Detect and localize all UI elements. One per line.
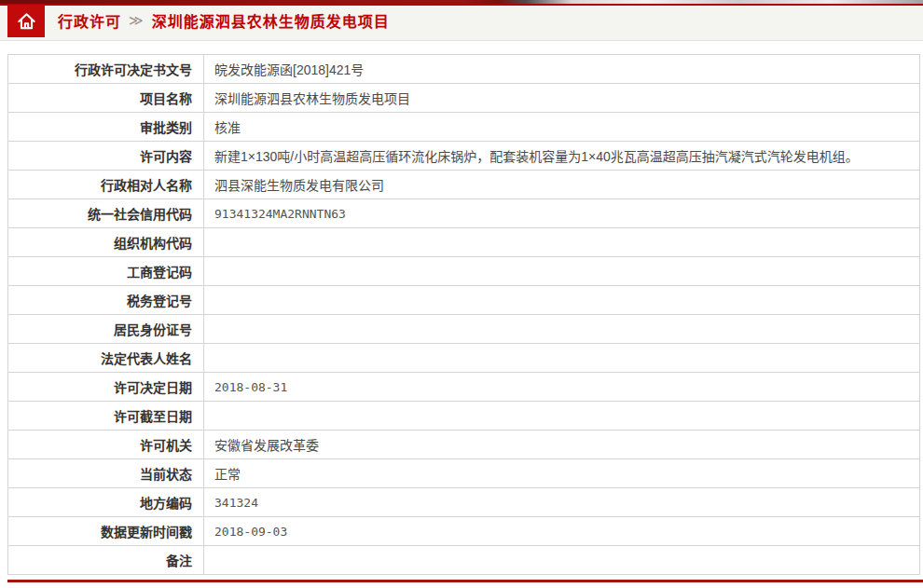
table-row: 法定代表人姓名 (8, 344, 920, 373)
field-value: 91341324MA2RNNTN63 (204, 199, 920, 228)
table-row: 许可决定日期 2018-08-31 (8, 373, 920, 402)
field-label: 数据更新时间戳 (8, 517, 204, 546)
breadcrumb: 行政许可 ≫ 深圳能源泗县农林生物质发电项目 (58, 0, 390, 40)
field-label: 地方编码 (8, 488, 204, 517)
field-label: 许可内容 (8, 142, 204, 171)
table-row: 工商登记码 (8, 257, 920, 286)
field-label: 许可决定日期 (8, 373, 204, 402)
table-row: 组织机构代码 (8, 228, 920, 257)
field-value: 皖发改能源函[2018]421号 (204, 55, 920, 84)
field-value (204, 402, 920, 431)
table-row: 许可内容 新建1×130吨/小时高温超高压循环流化床锅炉，配套装机容量为1×40… (8, 142, 920, 171)
field-label: 居民身份证号 (8, 315, 204, 344)
field-value: 正常 (204, 459, 920, 488)
field-label: 税务登记号 (8, 286, 204, 315)
table-row: 行政相对人名称 泗县深能生物质发电有限公司 (8, 171, 920, 199)
table-row: 审批类别 核准 (8, 113, 920, 142)
field-label: 行政相对人名称 (8, 171, 204, 199)
field-label: 许可截至日期 (8, 402, 204, 431)
field-value (204, 286, 920, 315)
breadcrumb-separator-icon: ≫ (129, 12, 145, 29)
page-header: 行政许可 ≫ 深圳能源泗县农林生物质发电项目 (0, 0, 923, 41)
table-row: 地方编码 341324 (8, 488, 920, 517)
field-value: 341324 (204, 488, 920, 517)
breadcrumb-section-link[interactable]: 行政许可 (58, 9, 121, 32)
home-icon (16, 10, 37, 32)
license-detail-table: 行政许可决定书文号 皖发改能源函[2018]421号 项目名称 深圳能源泗县农林… (7, 54, 920, 575)
field-label: 审批类别 (8, 113, 204, 142)
field-value (204, 315, 920, 344)
home-button[interactable] (7, 5, 45, 37)
field-value (204, 228, 920, 257)
field-label: 行政许可决定书文号 (8, 55, 204, 84)
table-row: 居民身份证号 (8, 315, 920, 344)
field-value: 2018-09-03 (204, 517, 920, 546)
table-row: 统一社会信用代码 91341324MA2RNNTN63 (8, 199, 920, 228)
table-row: 备注 (8, 546, 920, 575)
field-label: 组织机构代码 (8, 228, 204, 257)
field-value: 2018-08-31 (204, 373, 920, 402)
field-value: 安徽省发展改革委 (204, 431, 920, 459)
breadcrumb-page-title: 深圳能源泗县农林生物质发电项目 (152, 9, 390, 32)
table-row: 行政许可决定书文号 皖发改能源函[2018]421号 (8, 55, 920, 84)
field-label: 备注 (8, 546, 204, 575)
field-label: 当前状态 (8, 459, 204, 488)
table-row: 数据更新时间戳 2018-09-03 (8, 517, 920, 546)
field-label: 统一社会信用代码 (8, 199, 204, 228)
field-label: 项目名称 (8, 84, 204, 113)
license-table-body: 行政许可决定书文号 皖发改能源函[2018]421号 项目名称 深圳能源泗县农林… (8, 55, 920, 575)
field-value: 泗县深能生物质发电有限公司 (204, 171, 920, 199)
table-row: 项目名称 深圳能源泗县农林生物质发电项目 (8, 84, 920, 113)
table-row: 税务登记号 (8, 286, 920, 315)
field-label: 许可机关 (8, 431, 204, 459)
field-value: 核准 (204, 113, 920, 142)
field-label: 工商登记码 (8, 257, 204, 286)
field-value: 深圳能源泗县农林生物质发电项目 (204, 84, 920, 113)
table-row: 当前状态 正常 (8, 459, 920, 488)
bottom-red-divider (7, 580, 923, 582)
field-value (204, 546, 920, 575)
field-value: 新建1×130吨/小时高温超高压循环流化床锅炉，配套装机容量为1×40兆瓦高温超… (204, 142, 920, 171)
field-value (204, 344, 920, 373)
field-value (204, 257, 920, 286)
table-row: 许可机关 安徽省发展改革委 (8, 431, 920, 459)
field-label: 法定代表人姓名 (8, 344, 204, 373)
table-row: 许可截至日期 (8, 402, 920, 431)
